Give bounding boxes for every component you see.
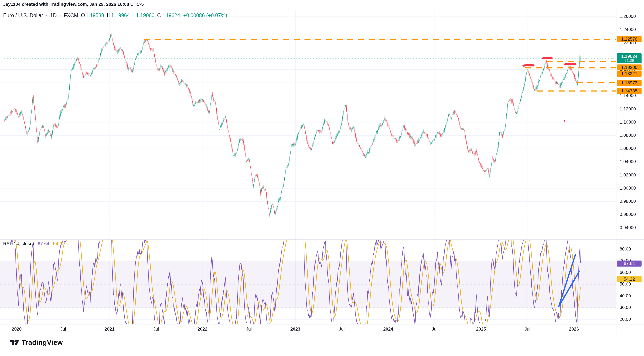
high-letter: H xyxy=(107,12,111,18)
legend-separator: · xyxy=(46,12,48,18)
symbol-title[interactable]: Euro / U.S. Dollar xyxy=(3,12,43,18)
time-axis-label: Jul xyxy=(432,326,438,332)
close-number: 1.19624 xyxy=(162,12,180,18)
badge-price: 1.15973 xyxy=(617,80,642,86)
time-axis-label: Jul xyxy=(339,326,345,332)
high-value: H 1.19964 xyxy=(107,12,130,18)
price-tick-label: 1.00000 xyxy=(620,186,636,191)
time-axis-label: 2025 xyxy=(476,326,486,332)
price-tick-label: 1.02000 xyxy=(620,172,636,178)
price-level-badge: 1.22578 xyxy=(617,36,642,42)
time-axis-label: Jul xyxy=(153,326,159,332)
rsi-value-badge: 54.22 xyxy=(617,276,642,282)
low-number: 1.19060 xyxy=(136,12,154,18)
price-tick-label: 0.94000 xyxy=(620,225,636,230)
time-axis-label: 2020 xyxy=(12,326,22,332)
open-number: 1.19538 xyxy=(86,12,104,18)
low-letter: L xyxy=(132,12,136,18)
badge-price: 1.14735 xyxy=(617,88,642,94)
time-axis-label: Jul xyxy=(246,326,252,332)
rsi-legend: RSI (14, close) 67.64 54.22 xyxy=(3,241,65,246)
price-tick-label: 0.96000 xyxy=(620,212,636,217)
badge-price: 1.22578 xyxy=(617,36,642,42)
price-tick-label: 1.26000 xyxy=(620,14,636,19)
change-value: +0.00086 (+0.07%) xyxy=(183,12,227,18)
price-tick-label: 1.10000 xyxy=(620,120,636,125)
low-value: L 1.19060 xyxy=(132,12,154,18)
price-level-badge: 1.18227 xyxy=(617,71,642,77)
price-level-badge: 1.14735 xyxy=(617,88,642,94)
time-axis-label: 2023 xyxy=(290,326,300,332)
badge-price: 1.18227 xyxy=(617,71,642,77)
price-tick-label: 1.08000 xyxy=(620,133,636,138)
time-axis-label: 2024 xyxy=(383,326,393,332)
price-tick-label: 1.06000 xyxy=(620,146,636,151)
interval-label[interactable]: 1D xyxy=(50,12,57,18)
rsi-value: 67.64 xyxy=(38,241,50,246)
price-tick-label: 0.98000 xyxy=(620,199,636,204)
current-price-badge: 1.1962451:39 xyxy=(617,53,642,63)
rsi-title[interactable]: RSI (14, close) xyxy=(3,241,34,246)
legend-separator: · xyxy=(59,12,61,18)
chart-canvas[interactable] xyxy=(0,0,644,356)
close-value: C 1.19624 xyxy=(157,12,180,18)
price-level-badge: 1.15973 xyxy=(617,80,642,86)
tradingview-chart-screenshot: Jay1104 created with TradingView.com, Ja… xyxy=(0,0,644,356)
price-level-badge: 1.19200 xyxy=(617,64,642,70)
time-axis-label: Jul xyxy=(525,326,530,332)
time-axis-label: 2022 xyxy=(198,326,208,332)
open-letter: O xyxy=(81,12,85,18)
badge-price: 1.19200 xyxy=(617,64,642,70)
rsi-tick-label: 50.00 xyxy=(620,282,631,287)
bar-countdown: 51:39 xyxy=(617,59,642,63)
price-tick-label: 1.24000 xyxy=(620,27,636,32)
rsi-tick-label: 60.00 xyxy=(620,270,631,275)
price-tick-label: 1.12000 xyxy=(620,106,636,112)
exchange-label: FXCM xyxy=(64,12,78,18)
rsi-tick-label: 80.00 xyxy=(620,246,631,252)
rsi-tick-label: 20.00 xyxy=(620,317,631,322)
chart-legend: Euro / U.S. Dollar · 1D · FXCM O 1.19538… xyxy=(3,12,227,18)
rsi-value-badge: 67.64 xyxy=(617,260,642,266)
rsi-tick-label: 40.00 xyxy=(620,293,631,298)
rsi-ma-value: 54.22 xyxy=(53,241,65,246)
tradingview-logo-icon xyxy=(10,339,19,346)
close-letter: C xyxy=(157,12,161,18)
price-tick-label: 1.04000 xyxy=(620,159,636,164)
rsi-tick-label: 30.00 xyxy=(620,305,631,310)
tradingview-logo[interactable]: TradingView xyxy=(10,338,63,347)
time-axis-label: 2021 xyxy=(104,326,115,332)
time-axis-label: Jul xyxy=(60,326,66,332)
open-value: O 1.19538 xyxy=(81,12,104,18)
high-number: 1.19964 xyxy=(111,12,130,18)
time-axis-label: 2026 xyxy=(569,326,579,332)
tradingview-wordmark: TradingView xyxy=(22,338,63,347)
attribution-text: Jay1104 created with TradingView.com, Ja… xyxy=(3,2,144,7)
